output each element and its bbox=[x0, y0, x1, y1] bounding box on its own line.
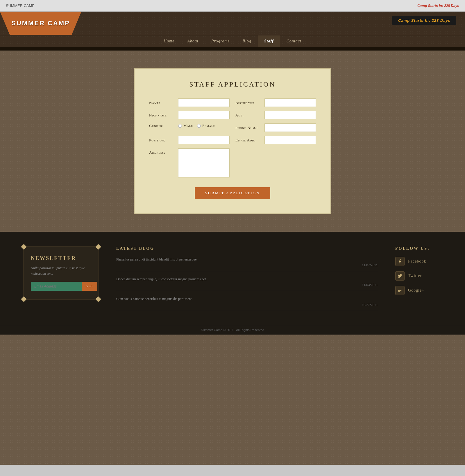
address-label: Address: bbox=[149, 148, 175, 155]
gender-female-option[interactable]: Female bbox=[197, 123, 215, 128]
email-group: Email Add.: bbox=[235, 136, 316, 144]
social-facebook[interactable]: Facebook bbox=[395, 257, 442, 266]
nickname-input[interactable] bbox=[178, 111, 230, 119]
site-footer: Newsletter Nulla porttitor vulputate eli… bbox=[0, 232, 465, 325]
phone-group: Phone Num.: bbox=[235, 123, 316, 132]
blog-entry-3: Cum sociis natoque penatibus et magnis d… bbox=[116, 296, 378, 311]
email-input[interactable] bbox=[264, 136, 316, 144]
browser-title: SUMMER CAMP bbox=[6, 3, 35, 8]
gender-male-option[interactable]: Male bbox=[178, 123, 193, 128]
facebook-label: Facebook bbox=[408, 259, 426, 264]
site-nav: Home About Programs Blog Staff Contact bbox=[0, 35, 465, 47]
position-group: Position: bbox=[149, 136, 230, 144]
blog-entry-2: Donec dictum semper augue, ut consectetu… bbox=[116, 276, 378, 291]
birthdate-row: Birthdate: bbox=[235, 98, 316, 107]
site-header: SUMMER CAMP Camp Starts In: 228 Days bbox=[0, 12, 465, 35]
pin-tl bbox=[21, 244, 27, 250]
blog-text-1: Phasellus parea ut di tincidunt blandit … bbox=[116, 257, 378, 262]
nav-item-home[interactable]: Home bbox=[157, 35, 181, 47]
blog-text-2: Donec dictum semper augue, ut consectetu… bbox=[116, 276, 378, 282]
gender-label: Gender: bbox=[149, 123, 175, 128]
copyright-text: Summer Camp © 2011 | All Rights Reserved bbox=[201, 328, 264, 332]
form-card: Staff Application Name: Birthdate: bbox=[134, 68, 331, 214]
pin-br bbox=[95, 296, 101, 302]
pin-tr bbox=[95, 244, 101, 250]
nav-dark-bar bbox=[0, 47, 465, 51]
age-group: Age: bbox=[235, 111, 316, 119]
birthdate-input[interactable] bbox=[264, 98, 316, 107]
footer-blog: Latest Blog Phasellus parea ut di tincid… bbox=[116, 246, 378, 316]
blog-date-1: 11/07/2011 bbox=[116, 263, 378, 267]
birthdate-label: Birthdate: bbox=[235, 100, 262, 105]
nav-item-blog[interactable]: Blog bbox=[236, 35, 257, 47]
newsletter-text: Nulla porttitor vulputate elit, trist iq… bbox=[31, 265, 91, 276]
address-row: Address: bbox=[149, 148, 230, 177]
logo-banner: SUMMER CAMP bbox=[0, 12, 81, 35]
googleplus-icon: g+ bbox=[395, 286, 405, 295]
name-row: Name: bbox=[149, 98, 230, 107]
blog-date-2: 11/03/2011 bbox=[116, 283, 378, 287]
submit-row: Submit Application bbox=[149, 187, 316, 199]
gender-female-radio[interactable] bbox=[197, 124, 201, 128]
main-content: Staff Application Name: Birthdate: bbox=[0, 51, 465, 232]
blog-entry-1: Phasellus parea ut di tincidunt blandit … bbox=[116, 257, 378, 271]
nav-item-about[interactable]: About bbox=[181, 35, 205, 47]
name-group: Name: bbox=[149, 98, 230, 107]
footer-bottom: Summer Camp © 2011 | All Rights Reserved bbox=[0, 325, 465, 335]
newsletter-email-input[interactable] bbox=[31, 282, 82, 291]
gender-male-label: Male bbox=[183, 123, 193, 128]
position-row: Position: bbox=[149, 136, 230, 144]
birthdate-group: Birthdate: bbox=[235, 98, 316, 107]
facebook-icon bbox=[395, 257, 405, 266]
nav-item-programs[interactable]: Programs bbox=[205, 35, 236, 47]
age-input[interactable] bbox=[264, 111, 316, 119]
browser-countdown: Camp Starts In: 228 Days bbox=[417, 4, 459, 8]
nickname-row: Nickname: bbox=[149, 111, 230, 119]
gender-male-radio[interactable] bbox=[178, 124, 182, 128]
gender-row: Gender: Male Female bbox=[149, 123, 230, 128]
address-input[interactable] bbox=[178, 148, 230, 177]
social-googleplus[interactable]: g+ Google+ bbox=[395, 286, 442, 295]
newsletter-form: GET bbox=[31, 282, 91, 291]
position-input[interactable] bbox=[178, 136, 230, 144]
gender-options: Male Female bbox=[178, 123, 215, 128]
countdown-badge: Camp Starts In: 228 Days bbox=[392, 16, 456, 25]
form-title: Staff Application bbox=[149, 80, 316, 88]
form-grid: Name: Birthdate: Nickname: bbox=[149, 98, 316, 199]
twitter-icon bbox=[395, 271, 405, 281]
age-label: Age: bbox=[235, 113, 262, 118]
address-spacer bbox=[235, 148, 316, 177]
twitter-label: Twitter bbox=[408, 274, 422, 278]
pin-bl bbox=[21, 296, 27, 302]
googleplus-label: Google+ bbox=[408, 288, 424, 293]
site-wrapper: SUMMER CAMP Camp Starts In: 228 Days Hom… bbox=[0, 12, 465, 465]
email-label: Email Add.: bbox=[235, 138, 262, 143]
blog-text-3: Cum sociis natoque penatibus et magnis d… bbox=[116, 296, 378, 302]
nav-item-staff[interactable]: Staff bbox=[258, 35, 280, 47]
email-row: Email Add.: bbox=[235, 136, 316, 144]
footer-newsletter: Newsletter Nulla porttitor vulputate eli… bbox=[23, 246, 99, 300]
newsletter-title: Newsletter bbox=[31, 255, 91, 261]
header-right: Camp Starts In: 228 Days bbox=[81, 12, 465, 35]
submit-button[interactable]: Submit Application bbox=[195, 187, 270, 199]
newsletter-submit-button[interactable]: GET bbox=[82, 282, 97, 291]
nickname-group: Nickname: bbox=[149, 111, 230, 119]
nav-item-contact[interactable]: Contact bbox=[280, 35, 308, 47]
phone-label: Phone Num.: bbox=[235, 125, 262, 130]
nickname-label: Nickname: bbox=[149, 113, 175, 118]
address-group: Address: bbox=[149, 148, 230, 177]
name-input[interactable] bbox=[178, 98, 230, 107]
footer-social: Follow Us: Facebook Twitter bbox=[395, 246, 442, 300]
age-row: Age: bbox=[235, 111, 316, 119]
blog-date-3: 10/27/2011 bbox=[116, 303, 378, 307]
social-section-title: Follow Us: bbox=[395, 246, 442, 251]
position-label: Position: bbox=[149, 138, 175, 143]
browser-bar: SUMMER CAMP Camp Starts In: 228 Days bbox=[0, 0, 465, 12]
gender-female-label: Female bbox=[202, 123, 215, 128]
blog-section-title: Latest Blog bbox=[116, 246, 378, 251]
phone-row: Phone Num.: bbox=[235, 123, 316, 132]
gender-group: Gender: Male Female bbox=[149, 123, 230, 132]
logo-text: SUMMER CAMP bbox=[11, 19, 70, 27]
social-twitter[interactable]: Twitter bbox=[395, 271, 442, 281]
phone-input[interactable] bbox=[264, 123, 316, 132]
